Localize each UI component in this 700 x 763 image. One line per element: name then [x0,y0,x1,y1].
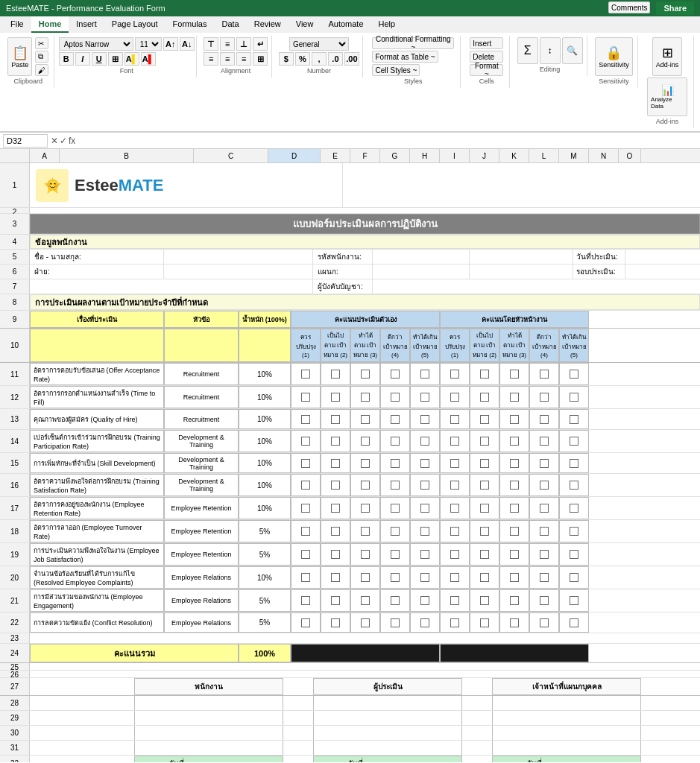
self-check-17-1[interactable] [291,497,321,519]
format-painter-button[interactable]: 🖌 [35,64,48,76]
tab-automate[interactable]: Automate [321,16,371,33]
sup-check-16-5[interactable] [559,474,589,496]
self-check-21-2[interactable] [321,589,350,612]
sup-check-21-5[interactable] [559,589,589,612]
self-check-22-5[interactable] [410,612,440,633]
confirm-formula-icon[interactable]: ✓ [60,136,67,146]
sup-check-11-1[interactable] [440,363,470,385]
self-check-11-3[interactable] [350,363,380,385]
self-check-22-1[interactable] [291,612,321,633]
self-check-14-3[interactable] [350,430,380,452]
self-check-11-4[interactable] [380,363,410,385]
sup-check-15-1[interactable] [440,453,470,473]
decrease-decimal-button[interactable]: .0 [328,52,343,66]
sup-check-17-3[interactable] [499,497,529,519]
cut-button[interactable]: ✂ [35,37,48,49]
sup-check-19-2[interactable] [470,543,499,566]
self-check-13-2[interactable] [321,409,350,429]
self-check-16-4[interactable] [380,474,410,496]
self-check-21-4[interactable] [380,589,410,612]
sum-button[interactable]: Σ [517,37,538,64]
self-check-17-5[interactable] [410,497,440,519]
self-check-20-3[interactable] [350,566,380,589]
italic-button[interactable]: I [75,52,90,66]
sup-check-14-5[interactable] [559,430,589,452]
sup-check-18-3[interactable] [499,520,529,542]
tab-review[interactable]: Review [247,16,288,33]
self-check-12-2[interactable] [321,386,350,408]
sup-check-22-3[interactable] [499,612,529,633]
self-check-22-3[interactable] [350,612,380,633]
bold-button[interactable]: B [59,52,74,66]
percent-button[interactable]: % [295,52,310,66]
align-middle-button[interactable]: ≡ [220,37,235,51]
comments-button[interactable]: Comments [608,1,650,13]
sup-check-19-1[interactable] [440,543,470,566]
conditional-formatting-button[interactable]: Conditional Formatting ~ [372,37,454,49]
font-family-select[interactable]: Aptos Narrow [59,37,133,51]
sup-check-18-1[interactable] [440,520,470,542]
sup-check-12-1[interactable] [440,386,470,408]
increase-font-button[interactable]: A↑ [163,37,178,51]
self-check-20-4[interactable] [380,566,410,589]
self-check-19-5[interactable] [410,543,440,566]
analyze-data-btn[interactable]: 📊 Analyze Data [647,77,687,116]
currency-button[interactable]: $ [279,52,294,66]
sup-check-14-2[interactable] [470,430,499,452]
self-check-11-5[interactable] [410,363,440,385]
align-right-button[interactable]: ≡ [236,52,251,66]
self-check-21-3[interactable] [350,589,380,612]
sup-check-11-3[interactable] [499,363,529,385]
self-check-14-4[interactable] [380,430,410,452]
self-check-18-1[interactable] [291,520,321,542]
self-check-19-4[interactable] [380,543,410,566]
font-color-button[interactable]: A▌ [141,52,156,66]
self-check-17-2[interactable] [321,497,350,519]
eval-period-value[interactable] [625,265,700,279]
sup-check-20-1[interactable] [440,566,470,589]
cancel-formula-icon[interactable]: ✕ [51,136,58,146]
self-check-16-2[interactable] [321,474,350,496]
share-button[interactable]: Share [656,1,694,15]
sup-check-22-4[interactable] [529,612,559,633]
sup-check-12-2[interactable] [470,386,499,408]
sup-check-21-2[interactable] [470,589,499,612]
sup-check-19-4[interactable] [529,543,559,566]
tab-page-layout[interactable]: Page Layout [104,16,165,33]
sup-check-16-1[interactable] [440,474,470,496]
sup-check-11-2[interactable] [470,363,499,385]
tab-help[interactable]: Help [371,16,403,33]
self-check-20-2[interactable] [321,566,350,589]
self-check-13-1[interactable] [291,409,321,429]
team-value[interactable] [373,265,470,279]
wrap-text-button[interactable]: ↵ [253,37,268,51]
eval-date-value[interactable] [625,250,700,264]
format-as-table-button[interactable]: Format as Table ~ [372,51,438,63]
self-check-15-2[interactable] [321,453,350,473]
self-check-14-1[interactable] [291,430,321,452]
merge-button[interactable]: ⊞ [253,52,268,66]
self-check-11-1[interactable] [291,363,321,385]
self-check-19-2[interactable] [321,543,350,566]
sup-check-14-1[interactable] [440,430,470,452]
number-format-select[interactable]: General [289,37,349,51]
sup-check-12-4[interactable] [529,386,559,408]
self-check-13-5[interactable] [410,409,440,429]
sup-check-21-4[interactable] [529,589,559,612]
self-check-17-4[interactable] [380,497,410,519]
sup-check-17-4[interactable] [529,497,559,519]
font-size-select[interactable]: 11 [135,37,162,51]
self-check-16-5[interactable] [410,474,440,496]
sup-check-13-4[interactable] [529,409,559,429]
self-check-19-3[interactable] [350,543,380,566]
self-check-16-3[interactable] [350,474,380,496]
tab-view[interactable]: View [288,16,321,33]
tab-data[interactable]: Data [214,16,246,33]
self-check-18-5[interactable] [410,520,440,542]
sensitivity-btn[interactable]: 🔒 Sensitivity [595,37,633,76]
sup-check-13-3[interactable] [499,409,529,429]
decrease-font-button[interactable]: A↓ [180,37,195,51]
self-check-12-4[interactable] [380,386,410,408]
emp-id-value[interactable] [373,250,470,264]
sup-check-17-1[interactable] [440,497,470,519]
